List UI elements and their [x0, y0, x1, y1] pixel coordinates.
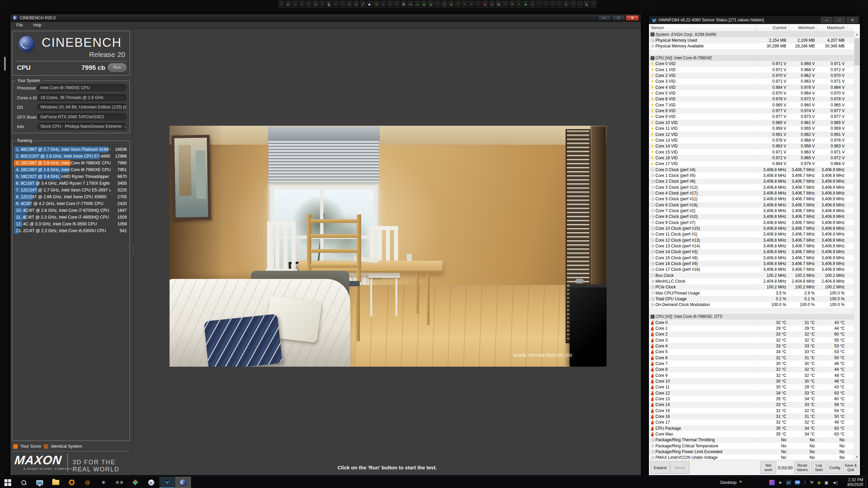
quicklaunch-icon[interactable]: ▦ [421, 1, 427, 8]
quicklaunch-icon[interactable]: ▭ [292, 1, 298, 8]
scroll-up-icon[interactable]: ▲ [854, 32, 860, 37]
quicklaunch-icon[interactable]: ▤ [496, 1, 501, 8]
quicklaunch-icon[interactable]: ✓ [394, 1, 400, 8]
render-pillow-striped [204, 314, 282, 367]
quicklaunch-icon[interactable]: ▤ [313, 1, 318, 8]
quicklaunch-icon[interactable]: ◧ [564, 1, 569, 8]
quicklaunch-icon[interactable]: ▶ [367, 1, 373, 8]
maximize-button[interactable]: □ [834, 17, 845, 23]
taskbar-item-mail[interactable]: @ [80, 477, 95, 488]
quicklaunch-icon[interactable]: ▙ [584, 1, 590, 8]
hwinfo-tray-icon[interactable] [786, 480, 791, 485]
quicklaunch-icon[interactable]: ◉ [523, 1, 529, 8]
log-start-button[interactable]: Log Start [811, 462, 826, 474]
close-button[interactable]: ✕ [847, 17, 858, 23]
hwinfo-titlebar[interactable]: HWiNFO64 v6.22-4060 Sensor Status [271 v… [649, 16, 860, 24]
taskbar-item-settings[interactable]: ✳ [96, 477, 111, 488]
menu-file[interactable]: File [16, 23, 23, 27]
maximize-button[interactable]: □ [612, 15, 625, 21]
config-button[interactable]: Config [828, 462, 842, 474]
quicklaunch-icon[interactable]: ◯ [441, 1, 447, 8]
quicklaunch-icon[interactable]: T [455, 1, 461, 8]
vertical-scrollbar[interactable]: ▲ ▼ [854, 32, 860, 460]
app-thumbnail-icon[interactable] [769, 480, 775, 485]
network-display-icon[interactable]: ▣ [825, 481, 828, 485]
column-sensor[interactable]: Sensor [649, 25, 756, 30]
taskbar-item-hwinfo[interactable] [159, 477, 175, 488]
quicklaunch-icon[interactable]: × [502, 1, 508, 8]
taskbar-item-media-player[interactable]: ▶ [143, 477, 159, 488]
speedbump-icon[interactable]: SB [795, 480, 801, 485]
quicklaunch-icon[interactable]: ◐ [577, 1, 583, 8]
quicklaunch-icon[interactable]: ~ [475, 1, 481, 8]
quicklaunch-icon[interactable]: ▣ [353, 1, 359, 8]
quicklaunch-icon[interactable]: ◎ [347, 1, 352, 8]
quicklaunch-icon[interactable]: B [401, 1, 407, 8]
taskbar-item-cinebench[interactable] [175, 477, 191, 488]
taskbar-item-search[interactable] [16, 477, 32, 488]
quicklaunch-icon[interactable]: ◧ [285, 1, 291, 8]
toolbar-chevron-icon[interactable]: » [739, 479, 742, 484]
quicklaunch-icon[interactable]: ◉ [482, 1, 488, 8]
expand-button[interactable]: Expand [651, 462, 670, 474]
quicklaunch-icon[interactable]: ◎ [489, 1, 495, 8]
quicklaunch-icon[interactable]: ≈ [333, 1, 339, 8]
quicklaunch-icon[interactable]: ◐ [319, 1, 325, 8]
quicklaunch-icon[interactable]: ▦ [448, 1, 454, 8]
quicklaunch-icon[interactable]: × [469, 1, 474, 8]
quicklaunch-icon[interactable]: ▒ [570, 1, 576, 8]
taskbar-item-afterburner[interactable] [127, 477, 143, 488]
column-current[interactable]: Current [756, 24, 789, 31]
quicklaunch-icon[interactable]: ○ [591, 1, 596, 8]
column-minimum[interactable]: Minimum [789, 24, 817, 31]
quicklaunch-icon[interactable]: O [374, 1, 379, 8]
quicklaunch-icon[interactable]: U [387, 1, 393, 8]
taskbar-item-start[interactable] [0, 477, 16, 488]
quicklaunch-icon[interactable]: ▭ [550, 1, 556, 8]
quicklaunch-icon[interactable]: ▒ [306, 1, 312, 8]
volume-icon[interactable]: ◄) [832, 481, 837, 485]
bluetooth-icon[interactable]: ᛒ [804, 481, 806, 485]
quicklaunch-icon[interactable]: Aa [408, 1, 413, 8]
menu-help[interactable]: Help [33, 23, 41, 27]
quicklaunch-icon[interactable]: ▞ [360, 1, 366, 8]
scrollbar-thumb[interactable] [854, 38, 860, 65]
quicklaunch-icon[interactable]: ○ [340, 1, 346, 8]
quicklaunch-icon[interactable]: ▙ [326, 1, 332, 8]
quicklaunch-icon[interactable]: ✳ [509, 1, 515, 8]
run-button[interactable]: Run [108, 63, 126, 72]
save-quit-button[interactable]: Save & Quit [843, 462, 858, 474]
nvidia-icon[interactable]: ◉ [817, 481, 821, 485]
taskbar-clock[interactable]: 1:32 PM 8/5/2020 [839, 477, 863, 487]
scroll-down-icon[interactable]: ▼ [854, 454, 860, 460]
quicklaunch-icon[interactable]: ≡ [557, 1, 563, 8]
quicklaunch-icon[interactable]: ○ [530, 1, 535, 8]
taskbar-item-browser[interactable] [64, 477, 79, 488]
quicklaunch-icon[interactable]: ▾ [279, 1, 284, 8]
quicklaunch-icon[interactable]: ⦙ [435, 1, 440, 8]
column-maximum[interactable]: Maximum [817, 24, 847, 31]
reset-values-button[interactable]: Reset Values [794, 462, 810, 474]
minimize-button[interactable]: — [598, 15, 611, 21]
cinebench-titlebar[interactable]: CINEBENCH R20.0 — □ ✕ [11, 14, 641, 22]
desktop-toolbar[interactable]: Desktop » [721, 477, 742, 488]
quicklaunch-icon[interactable]: ▪ [543, 1, 549, 8]
usb-icon[interactable]: Ψ [810, 481, 813, 485]
network-button[interactable]: Net work [761, 462, 776, 474]
sensor-table-header[interactable]: Sensor Current Minimum Maximum [649, 24, 854, 32]
quicklaunch-icon[interactable]: × [462, 1, 468, 8]
close-button[interactable]: ✕ [626, 15, 639, 21]
quicklaunch-icon[interactable]: Aa [414, 1, 420, 8]
taskbar-item-this-pc[interactable] [32, 477, 47, 488]
quicklaunch-icon[interactable]: / [516, 1, 522, 8]
quicklaunch-icon[interactable]: ▫ [536, 1, 542, 8]
desktop-toolbar-label[interactable]: Desktop [721, 480, 737, 485]
taskbar-item-services[interactable]: ✳✳ [112, 477, 127, 488]
quicklaunch-icon[interactable]: ≡ [299, 1, 305, 8]
cursor-app-icon[interactable]: ➤ [778, 481, 782, 485]
quicklaunch-icon[interactable]: ▦ [428, 1, 434, 8]
show-desktop-button[interactable] [866, 477, 868, 488]
quicklaunch-icon[interactable]: ● [380, 1, 386, 8]
minimize-button[interactable]: — [821, 17, 832, 23]
taskbar-item-file-explorer[interactable] [48, 477, 63, 488]
